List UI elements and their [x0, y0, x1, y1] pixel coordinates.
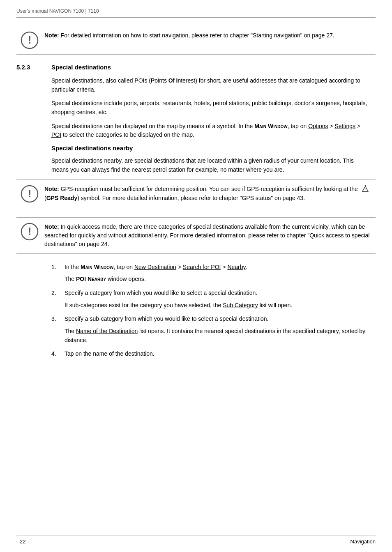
steps-list: 1. In the Main Window, tap on New Destin…	[51, 263, 367, 359]
step-number-1: 1.	[51, 263, 60, 284]
note-text-3: Note: In quick access mode, there are th…	[44, 223, 371, 248]
sub-section-para: Special destinations nearby, are special…	[51, 156, 367, 174]
list-item-4: 4. Tap on the name of the destination.	[51, 350, 367, 359]
note-box-1: ! Note: For detailed information on how …	[16, 26, 376, 55]
step-number-3: 3.	[51, 315, 60, 345]
exclamation-icon-1: !	[21, 31, 39, 49]
svg-point-8	[364, 185, 366, 186]
footer: - 22 - Navigation	[16, 536, 376, 545]
step-2-sub: If sub-categories exist for the category…	[65, 301, 367, 310]
note-box-3: ! Note: In quick access mode, there are …	[16, 217, 376, 254]
exclamation-icon-3: !	[21, 223, 39, 241]
step-1-sub: The POI Nearby window opens.	[65, 275, 367, 284]
steps-area: 1. In the Main Window, tap on New Destin…	[51, 263, 367, 359]
section-content: Special destinations, also called POIs (…	[51, 76, 367, 140]
section-para-3: Special destinations can be displayed on…	[51, 122, 367, 140]
header-bar: User's manual NAVIGON 7100 | 7110	[16, 7, 376, 18]
step-content-4: Tap on the name of the destination.	[65, 350, 367, 359]
step-number-2: 2.	[51, 289, 60, 310]
footer-section-name: Navigation	[350, 538, 376, 545]
svg-text:!: !	[28, 34, 32, 46]
section-heading: 5.2.3 Special destinations	[16, 64, 376, 71]
section-para-1: Special destinations, also called POIs (…	[51, 76, 367, 94]
sub-section-content: Special destinations nearby, are special…	[51, 156, 367, 174]
header-title: User's manual NAVIGON 7100 | 7110	[16, 8, 99, 14]
exclamation-icon-2: !	[21, 185, 39, 203]
step-3-sub: The Name of the Destination list opens. …	[65, 327, 367, 345]
step-number-4: 4.	[51, 350, 60, 359]
sub-section-heading: Special destinations nearby	[51, 145, 376, 152]
step-content-1: In the Main Window, tap on New Destinati…	[65, 263, 367, 284]
note-text-2: Note: GPS-reception must be sufficient f…	[44, 185, 371, 202]
step-content-3: Specify a sub-category from which you wo…	[65, 315, 367, 345]
note-text-1: Note: For detailed information on how to…	[44, 31, 334, 40]
section-title: Special destinations	[51, 64, 111, 71]
gps-ready-icon	[361, 185, 370, 194]
step-content-2: Specify a category from which you would …	[65, 289, 367, 310]
footer-page-number: - 22 -	[16, 538, 29, 545]
svg-text:!: !	[28, 225, 32, 237]
svg-text:!: !	[28, 187, 32, 200]
list-item-3: 3. Specify a sub-category from which you…	[51, 315, 367, 345]
section-para-2: Special destinations include ports, airp…	[51, 99, 367, 117]
list-item-1: 1. In the Main Window, tap on New Destin…	[51, 263, 367, 284]
section-number: 5.2.3	[16, 64, 39, 71]
note-box-2: ! Note: GPS-reception must be sufficient…	[16, 179, 376, 208]
list-item-2: 2. Specify a category from which you wou…	[51, 289, 367, 310]
